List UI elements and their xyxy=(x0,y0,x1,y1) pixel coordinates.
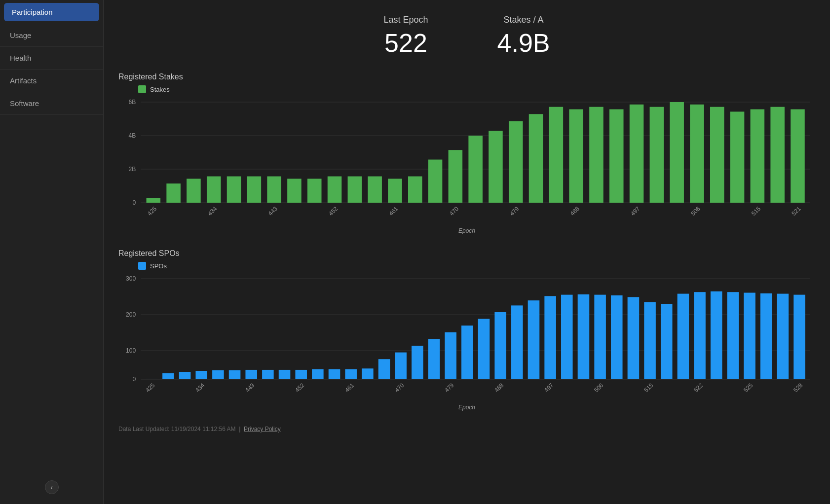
svg-rect-61 xyxy=(146,379,157,379)
svg-rect-91 xyxy=(644,302,656,379)
svg-text:6B: 6B xyxy=(128,99,136,106)
svg-text:0: 0 xyxy=(133,199,136,206)
svg-rect-79 xyxy=(445,332,456,379)
spos-chart: 300 200 100 0 42543444345246147047948849… xyxy=(118,274,815,402)
svg-rect-26 xyxy=(509,121,523,203)
svg-text:200: 200 xyxy=(126,311,136,318)
spos-chart-svg: 300 200 100 0 42543444345246147047948849… xyxy=(118,274,815,402)
stakes-legend-label: Stakes xyxy=(150,86,170,93)
svg-rect-37 xyxy=(730,111,745,203)
svg-rect-97 xyxy=(744,293,755,379)
last-epoch-stat: Last Epoch 522 xyxy=(383,15,428,58)
svg-text:461: 461 xyxy=(387,205,399,217)
svg-rect-100 xyxy=(793,295,805,379)
svg-text:515: 515 xyxy=(642,382,654,394)
svg-rect-62 xyxy=(162,373,174,379)
svg-text:452: 452 xyxy=(294,382,305,394)
svg-text:470: 470 xyxy=(448,205,460,217)
svg-text:488: 488 xyxy=(493,382,505,394)
svg-rect-66 xyxy=(229,370,241,379)
svg-rect-22 xyxy=(428,160,443,203)
svg-rect-75 xyxy=(378,359,390,379)
stakes-value: 4.9B xyxy=(497,28,550,58)
svg-rect-29 xyxy=(569,109,583,203)
svg-rect-27 xyxy=(529,114,543,203)
spos-x-axis-label: Epoch xyxy=(118,404,815,411)
svg-text:515: 515 xyxy=(750,205,762,217)
svg-rect-13 xyxy=(247,177,262,203)
stakes-legend-box xyxy=(138,85,146,93)
svg-rect-12 xyxy=(227,177,241,203)
svg-text:470: 470 xyxy=(393,382,405,394)
svg-rect-65 xyxy=(212,370,224,379)
svg-rect-39 xyxy=(770,107,785,203)
svg-rect-82 xyxy=(494,312,506,379)
svg-rect-17 xyxy=(328,177,342,203)
svg-rect-10 xyxy=(187,179,201,203)
sidebar-item-artifacts[interactable]: Artifacts xyxy=(0,70,103,92)
svg-rect-40 xyxy=(791,109,805,203)
sidebar-item-health[interactable]: Health xyxy=(0,47,103,70)
svg-rect-8 xyxy=(147,198,161,203)
svg-rect-24 xyxy=(468,136,483,203)
svg-rect-67 xyxy=(245,370,257,379)
svg-text:525: 525 xyxy=(742,382,754,394)
svg-rect-70 xyxy=(295,370,307,379)
svg-rect-15 xyxy=(287,179,302,203)
svg-text:100: 100 xyxy=(126,347,136,354)
svg-rect-14 xyxy=(267,177,281,203)
registered-spos-title: Registered SPOs xyxy=(118,249,815,258)
svg-rect-25 xyxy=(489,131,503,203)
sidebar-item-usage[interactable]: Usage xyxy=(0,24,103,47)
svg-rect-76 xyxy=(395,353,407,379)
svg-rect-86 xyxy=(561,295,573,379)
svg-rect-69 xyxy=(279,370,291,379)
svg-text:0: 0 xyxy=(133,376,136,383)
svg-text:488: 488 xyxy=(569,205,581,217)
svg-rect-78 xyxy=(428,339,440,379)
svg-rect-28 xyxy=(549,107,564,203)
svg-rect-34 xyxy=(670,102,684,203)
svg-rect-85 xyxy=(544,296,556,379)
svg-text:497: 497 xyxy=(543,382,555,394)
footer-text: Data Last Updated: 11/19/2024 11:12:56 A… xyxy=(118,426,236,432)
svg-rect-74 xyxy=(362,368,374,379)
footer: Data Last Updated: 11/19/2024 11:12:56 A… xyxy=(118,426,815,432)
svg-rect-88 xyxy=(594,295,606,379)
registered-stakes-section: Registered Stakes Stakes 6B 4B 2B 0 4254… xyxy=(118,72,815,234)
registered-stakes-title: Registered Stakes xyxy=(118,72,815,81)
svg-rect-11 xyxy=(207,177,221,203)
svg-text:443: 443 xyxy=(244,382,256,394)
stakes-label: Stakes / A xyxy=(497,15,550,25)
svg-text:479: 479 xyxy=(443,382,455,394)
svg-text:461: 461 xyxy=(343,382,355,394)
svg-text:443: 443 xyxy=(267,205,279,217)
svg-rect-73 xyxy=(345,369,357,379)
sidebar-collapse-button[interactable]: ‹ xyxy=(45,480,59,494)
svg-text:425: 425 xyxy=(144,382,156,394)
svg-rect-84 xyxy=(528,300,540,379)
svg-rect-92 xyxy=(661,304,673,379)
svg-rect-9 xyxy=(166,183,181,203)
sidebar-item-software[interactable]: Software xyxy=(0,92,103,115)
svg-text:497: 497 xyxy=(629,205,641,217)
svg-rect-95 xyxy=(711,291,722,379)
svg-rect-21 xyxy=(408,177,422,203)
svg-text:2B: 2B xyxy=(128,166,136,173)
privacy-policy-link[interactable]: Privacy Policy xyxy=(244,426,281,432)
svg-rect-64 xyxy=(195,371,207,379)
svg-rect-32 xyxy=(630,105,644,203)
svg-rect-93 xyxy=(678,294,689,379)
sidebar-item-participation[interactable]: Participation xyxy=(4,3,99,21)
last-epoch-value: 522 xyxy=(383,28,428,58)
svg-text:452: 452 xyxy=(327,205,339,217)
svg-text:506: 506 xyxy=(690,205,702,217)
svg-rect-80 xyxy=(461,325,473,379)
svg-text:4B: 4B xyxy=(128,132,136,139)
svg-rect-19 xyxy=(368,177,382,203)
main-content: Last Epoch 522 Stakes / A 4.9B Registere… xyxy=(104,0,830,504)
svg-text:521: 521 xyxy=(791,205,802,217)
svg-rect-89 xyxy=(611,295,623,379)
spos-legend-label: SPOs xyxy=(150,262,167,270)
svg-rect-33 xyxy=(650,107,664,203)
